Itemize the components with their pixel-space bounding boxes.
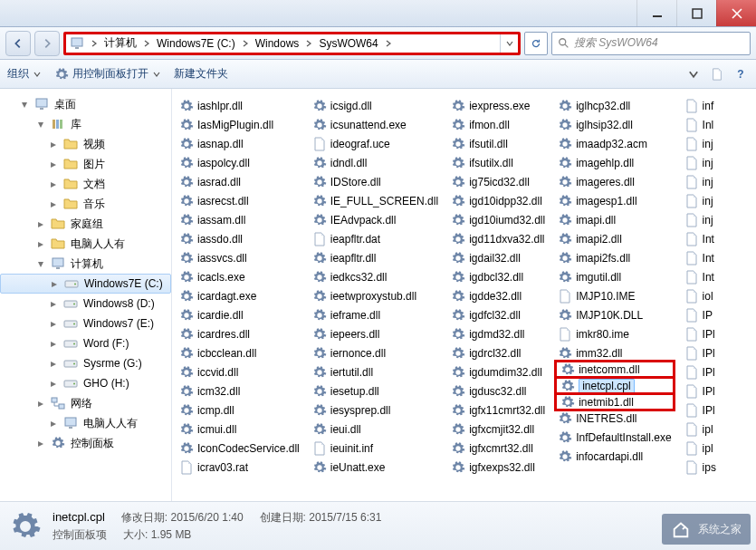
file-item[interactable]: IPl xyxy=(681,362,752,381)
file-item[interactable]: icardres.dll xyxy=(176,324,303,343)
file-item[interactable]: icacls.exe xyxy=(176,267,303,286)
refresh-button[interactable] xyxy=(524,32,548,55)
file-item[interactable]: IEAdvpack.dll xyxy=(309,210,442,229)
file-item[interactable]: InfDefaultInstall.exe xyxy=(554,428,675,447)
file-item[interactable]: iepeers.dll xyxy=(309,324,442,343)
file-item[interactable]: IDStore.dll xyxy=(309,172,442,191)
file-item[interactable]: Int xyxy=(681,248,752,267)
crumb-windows[interactable]: Windows xyxy=(252,34,303,53)
file-item[interactable]: IMJP10K.DLL xyxy=(554,305,675,324)
file-item[interactable]: iasnap.dll xyxy=(176,134,303,153)
file-item[interactable]: icmp.dll xyxy=(176,400,303,420)
file-item[interactable]: igdail32.dll xyxy=(447,248,549,267)
file-item[interactable]: imkr80.ime xyxy=(554,324,675,343)
file-item[interactable]: iassvcs.dll xyxy=(176,248,303,267)
file-item[interactable]: igdde32.dll xyxy=(447,286,549,305)
file-list[interactable]: iashlpr.dllIasMigPlugin.dlliasnap.dllias… xyxy=(172,89,756,501)
nav-desktop[interactable]: ▾桌面 xyxy=(0,94,171,114)
file-item[interactable]: icm32.dll xyxy=(176,381,303,400)
file-item[interactable]: inf xyxy=(681,96,752,115)
file-item[interactable]: igdrcl32.dll xyxy=(447,343,549,362)
help-button[interactable]: ? xyxy=(732,66,749,82)
file-item[interactable]: imapi2fs.dll xyxy=(554,248,675,267)
file-item[interactable]: icsunattend.exe xyxy=(309,115,442,134)
file-item[interactable]: imageres.dll xyxy=(554,172,675,191)
file-item[interactable]: IPl xyxy=(681,343,752,362)
file-item[interactable]: igdbcl32.dll xyxy=(447,267,549,286)
nav-computer[interactable]: ▾计算机 xyxy=(0,254,171,274)
file-item[interactable]: igdmd32.dll xyxy=(447,324,549,343)
file-item[interactable]: INETRES.dll xyxy=(554,409,675,428)
file-item[interactable]: ig75icd32.dll xyxy=(447,172,549,191)
view-options-button[interactable] xyxy=(685,66,702,82)
address-dropdown[interactable] xyxy=(500,34,518,53)
nav-drive-h[interactable]: ▸GHO (H:) xyxy=(0,373,171,393)
file-item[interactable]: igfxcmrt32.dll xyxy=(447,439,549,458)
file-item[interactable]: IconCodecService.dll xyxy=(176,439,303,458)
file-item[interactable]: imaadp32.acm xyxy=(554,134,675,153)
nav-videos[interactable]: ▸视频 xyxy=(0,134,171,154)
crumb-drive[interactable]: Windows7E (C:) xyxy=(153,34,239,53)
file-item[interactable]: imapi.dll xyxy=(554,210,675,229)
nav-drive-g[interactable]: ▸Sysrme (G:) xyxy=(0,353,171,373)
file-item[interactable]: iashlpr.dll xyxy=(176,96,303,115)
file-item[interactable]: imgutil.dll xyxy=(554,267,675,286)
file-item[interactable]: idndl.dll xyxy=(309,153,442,172)
file-item[interactable]: Int xyxy=(681,229,752,248)
file-item[interactable]: icmui.dll xyxy=(176,420,303,439)
file-item[interactable]: igfx11cmrt32.dll xyxy=(447,400,549,420)
file-item[interactable]: iesetup.dll xyxy=(309,381,442,400)
file-item[interactable]: ieapfltr.dat xyxy=(309,229,442,248)
file-item[interactable]: iglhcp32.dll xyxy=(554,96,675,115)
file-item[interactable]: ieuinit.inf xyxy=(309,439,442,458)
file-item[interactable]: inj xyxy=(681,172,752,191)
file-item[interactable]: ifmon.dll xyxy=(447,115,549,134)
file-item[interactable]: ifsutilx.dll xyxy=(447,153,549,172)
file-item[interactable]: icbcclean.dll xyxy=(176,343,303,362)
file-item[interactable]: inj xyxy=(681,153,752,172)
search-input[interactable]: 搜索 SysWOW64 xyxy=(551,32,751,55)
file-item[interactable]: ieetwproxystub.dll xyxy=(309,286,442,305)
file-item[interactable]: iassam.dll xyxy=(176,210,303,229)
file-item[interactable]: ieUnatt.exe xyxy=(309,458,442,477)
nav-user[interactable]: ▸电脑人人有 xyxy=(0,234,171,254)
file-item[interactable]: igdfcl32.dll xyxy=(447,305,549,324)
nav-control-panel[interactable]: ▸控制面板 xyxy=(0,433,171,453)
nav-libraries[interactable]: ▾库 xyxy=(0,114,171,134)
file-item[interactable]: iasrad.dll xyxy=(176,172,303,191)
file-item[interactable]: iassdo.dll xyxy=(176,229,303,248)
back-button[interactable] xyxy=(5,31,31,56)
file-item[interactable]: iertutil.dll xyxy=(309,362,442,381)
forward-button[interactable] xyxy=(34,31,60,56)
organize-button[interactable]: 组织 xyxy=(7,66,42,82)
file-item[interactable]: inj xyxy=(681,210,752,229)
file-item[interactable]: iccvid.dll xyxy=(176,362,303,381)
breadcrumb[interactable]: 计算机 Windows7E (C:) Windows SysWOW64 xyxy=(63,32,521,55)
file-item[interactable]: igd10idpp32.dll xyxy=(447,191,549,210)
file-item[interactable]: iesysprep.dll xyxy=(309,400,442,420)
nav-pictures[interactable]: ▸图片 xyxy=(0,154,171,174)
file-item[interactable]: iol xyxy=(681,286,752,305)
file-item[interactable]: ips xyxy=(681,458,752,477)
maximize-button[interactable] xyxy=(676,0,716,26)
file-item[interactable]: IP xyxy=(681,305,752,324)
nav-drive-c[interactable]: ▸Windows7E (C:) xyxy=(0,274,171,294)
file-item[interactable]: ipl xyxy=(681,420,752,439)
nav-drive-d[interactable]: ▸Windows8 (D:) xyxy=(0,294,171,314)
open-with-button[interactable]: 用控制面板打开 xyxy=(54,66,161,82)
file-item[interactable]: icardagt.exe xyxy=(176,286,303,305)
crumb-computer[interactable]: 计算机 xyxy=(100,34,140,53)
file-item[interactable]: igfxcmjit32.dll xyxy=(447,420,549,439)
file-item[interactable]: icrav03.rat xyxy=(176,458,303,477)
minimize-button[interactable] xyxy=(636,0,676,26)
file-item[interactable]: infocardapi.dll xyxy=(554,447,675,466)
nav-user2[interactable]: ▸电脑人人有 xyxy=(0,413,171,433)
nav-drive-e[interactable]: ▸Windows7 (E:) xyxy=(0,314,171,333)
file-item[interactable]: igfxexps32.dll xyxy=(447,458,549,477)
close-button[interactable] xyxy=(716,0,756,26)
file-item[interactable]: Inl xyxy=(681,115,752,134)
file-item[interactable]: inj xyxy=(681,134,752,153)
file-item[interactable]: iasrecst.dll xyxy=(176,191,303,210)
file-item[interactable]: IE_FULL_SCREEN.dll xyxy=(309,191,442,210)
file-item[interactable]: iglhsip32.dll xyxy=(554,115,675,134)
